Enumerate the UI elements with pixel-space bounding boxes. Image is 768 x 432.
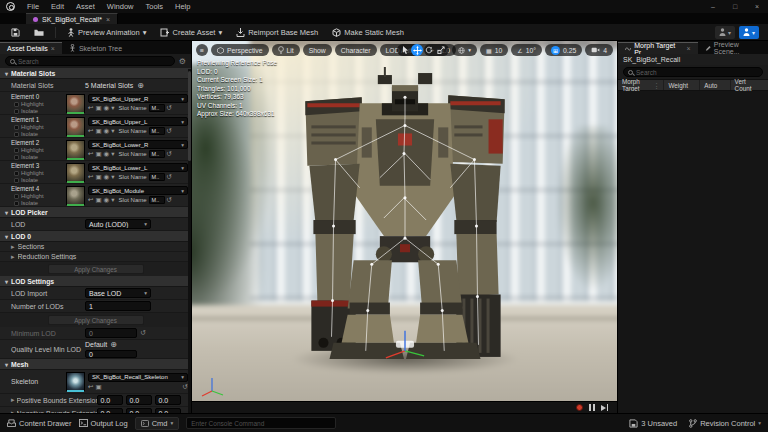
- add-quality-override-icon[interactable]: ⊕: [110, 340, 117, 349]
- bounds-x-field[interactable]: 0.0: [97, 408, 123, 413]
- signed-in-user-button[interactable]: ▾: [739, 26, 759, 39]
- camera-speed-button[interactable]: 4: [585, 44, 613, 56]
- category-mesh[interactable]: ▾ Mesh: [0, 359, 191, 370]
- apply-changes-button[interactable]: Apply Changes: [48, 264, 144, 274]
- grid-snap-toggle[interactable]: ▦ 10: [480, 44, 508, 56]
- browse-to-asset-icon[interactable]: ▣: [95, 383, 101, 391]
- browse-to-asset-icon[interactable]: ▣: [95, 196, 101, 204]
- isolate-checkbox[interactable]: Isolate: [11, 108, 63, 114]
- bounds-y-field[interactable]: 0.0: [126, 408, 152, 413]
- search-field[interactable]: [636, 69, 758, 76]
- column-weight[interactable]: Weight: [664, 80, 700, 90]
- menu-window[interactable]: Window: [101, 0, 140, 13]
- add-material-slot-icon[interactable]: ⊕: [137, 81, 144, 90]
- use-selected-asset-icon[interactable]: ↩: [88, 127, 93, 135]
- category-lod-settings[interactable]: ▾ LOD Settings: [0, 276, 191, 287]
- coordinate-system-button[interactable]: ▾: [452, 44, 477, 56]
- browse-to-asset-icon[interactable]: ▣: [95, 127, 101, 135]
- preview-animation-button[interactable]: Preview Animation ▾: [61, 25, 152, 39]
- reset-icon[interactable]: ↺: [167, 104, 172, 112]
- tab-morph-target-preview[interactable]: Morph Target Pr... ×: [618, 42, 698, 54]
- step-forward-button[interactable]: [601, 404, 609, 411]
- quality-level-field[interactable]: 0: [85, 350, 137, 358]
- rotation-snap-toggle[interactable]: ∠ 10°: [511, 44, 542, 56]
- use-selected-asset-icon[interactable]: ↩: [88, 173, 93, 181]
- local-user-button[interactable]: ▾: [715, 26, 735, 39]
- search-field[interactable]: [18, 58, 170, 65]
- use-selected-asset-icon[interactable]: ↩: [88, 196, 93, 204]
- slot-name-field[interactable]: M..: [149, 127, 165, 135]
- reset-icon[interactable]: ↺: [167, 150, 172, 158]
- reset-icon[interactable]: ↺: [167, 196, 172, 204]
- tab-asset-details[interactable]: Asset Details ×: [0, 42, 62, 54]
- bounds-z-field[interactable]: 0.0: [155, 408, 181, 413]
- lod-import-select[interactable]: Base LOD▾: [85, 288, 151, 298]
- material-thumbnail[interactable]: [66, 163, 85, 182]
- sections-row[interactable]: ▸ Sections: [0, 242, 191, 252]
- material-select[interactable]: SK_BigBot_Upper_L▾: [88, 117, 188, 126]
- use-selected-asset-icon[interactable]: ↩: [88, 383, 93, 391]
- menu-edit[interactable]: Edit: [45, 0, 70, 13]
- category-material-slots[interactable]: ▾ Material Slots: [0, 68, 191, 79]
- highlight-checkbox[interactable]: Highlight: [11, 193, 63, 199]
- use-selected-asset-icon[interactable]: ↩: [88, 104, 93, 112]
- morph-target-list[interactable]: [618, 91, 768, 413]
- column-morph-target[interactable]: Morph Target ⋮: [618, 80, 664, 90]
- browse-to-asset-icon[interactable]: ▣: [95, 150, 101, 158]
- tab-sk-bigbot-recall[interactable]: SK_BigBot_Recall* ×: [26, 13, 118, 24]
- pick-asset-icon[interactable]: ◉: [104, 150, 110, 158]
- material-thumbnail[interactable]: [66, 186, 85, 205]
- pick-asset-icon[interactable]: ◉: [104, 173, 110, 181]
- cmd-dropdown[interactable]: Cmd ▾: [135, 417, 180, 430]
- character-dropdown[interactable]: Character: [335, 44, 377, 56]
- slot-name-field[interactable]: M..: [149, 196, 165, 204]
- skeleton-select[interactable]: SK_BigBot_Recall_Skeleton▾: [88, 373, 188, 382]
- tab-preview-scene-settings[interactable]: Preview Scene...: [698, 42, 768, 54]
- viewport-options-menu[interactable]: ≡: [196, 44, 208, 56]
- lod-select[interactable]: Auto (LOD0)▾: [85, 219, 151, 229]
- number-of-lods-field[interactable]: 1: [85, 301, 151, 311]
- pick-asset-icon[interactable]: ◉: [104, 196, 110, 204]
- view-mode-dropdown[interactable]: Lit: [272, 44, 300, 56]
- browse-to-asset-icon[interactable]: ▣: [95, 173, 101, 181]
- tab-close-icon[interactable]: ×: [686, 45, 690, 52]
- material-thumbnail[interactable]: [66, 140, 85, 159]
- maximize-icon[interactable]: □: [724, 0, 746, 13]
- viewport-canvas[interactable]: ≡ Perspective Lit Show Character LOD Aut…: [192, 41, 618, 413]
- bounds-z-field[interactable]: 0.0: [155, 395, 181, 405]
- slot-name-field[interactable]: M..: [149, 173, 165, 181]
- material-select[interactable]: SK_BigBot_Lower_R▾: [88, 140, 188, 149]
- minimum-lod-field[interactable]: 0: [85, 328, 137, 338]
- content-drawer-button[interactable]: Content Drawer: [7, 419, 72, 428]
- reset-icon[interactable]: ↺: [167, 127, 172, 135]
- search-input[interactable]: [623, 67, 763, 77]
- tab-close-icon[interactable]: ×: [51, 45, 55, 52]
- scale-tool-icon[interactable]: [435, 44, 447, 56]
- move-tool-icon[interactable]: [411, 44, 423, 56]
- console-input[interactable]: [186, 417, 336, 429]
- pause-button[interactable]: [589, 404, 595, 411]
- menu-asset[interactable]: Asset: [70, 0, 101, 13]
- slot-name-field[interactable]: M..: [149, 104, 165, 112]
- material-select[interactable]: SK_BigBot_Module▾: [88, 186, 188, 195]
- column-vert-count[interactable]: Vert Count: [731, 80, 768, 90]
- reduction-settings-row[interactable]: ▸ Reduction Settings: [0, 252, 191, 262]
- isolate-checkbox[interactable]: Isolate: [11, 154, 63, 160]
- tab-skeleton-tree[interactable]: Skeleton Tree: [62, 42, 129, 54]
- pick-asset-icon[interactable]: ◉: [104, 104, 110, 112]
- browse-content-button[interactable]: [28, 25, 50, 39]
- material-select[interactable]: SK_BigBot_Lower_L▾: [88, 163, 188, 172]
- unsaved-assets-button[interactable]: 3 Unsaved: [629, 419, 677, 428]
- perspective-dropdown[interactable]: Perspective: [211, 44, 269, 56]
- menu-help[interactable]: Help: [169, 0, 196, 13]
- isolate-checkbox[interactable]: Isolate: [11, 200, 63, 206]
- bounds-y-field[interactable]: 0.0: [126, 395, 152, 405]
- bounds-x-field[interactable]: 0.0: [97, 395, 123, 405]
- left-panel-scrollbar[interactable]: [188, 69, 191, 413]
- highlight-checkbox[interactable]: Highlight: [11, 124, 63, 130]
- highlight-checkbox[interactable]: Highlight: [11, 170, 63, 176]
- category-lod0[interactable]: ▾ LOD 0: [0, 231, 191, 242]
- minimize-icon[interactable]: –: [702, 0, 724, 13]
- scale-snap-toggle[interactable]: ⊞ 0.25: [545, 44, 582, 56]
- apply-changes-button[interactable]: Apply Changes: [48, 315, 144, 325]
